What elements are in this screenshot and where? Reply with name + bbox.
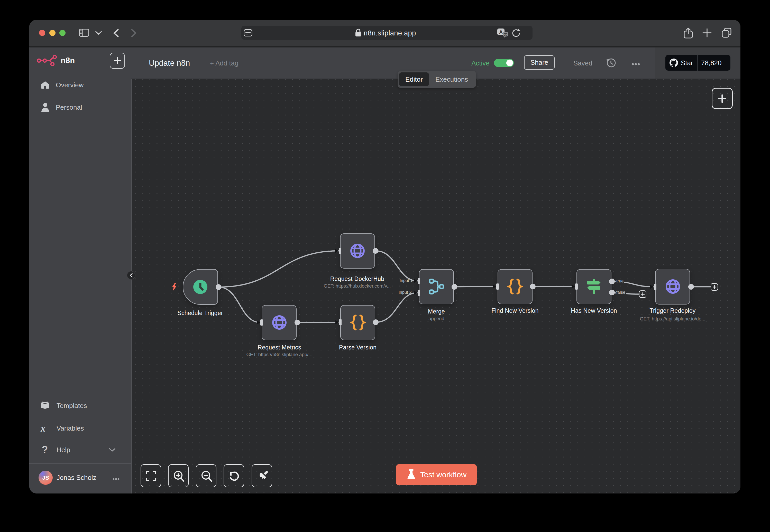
svg-text:文: 文 <box>504 32 507 36</box>
svg-text:A: A <box>499 29 503 35</box>
